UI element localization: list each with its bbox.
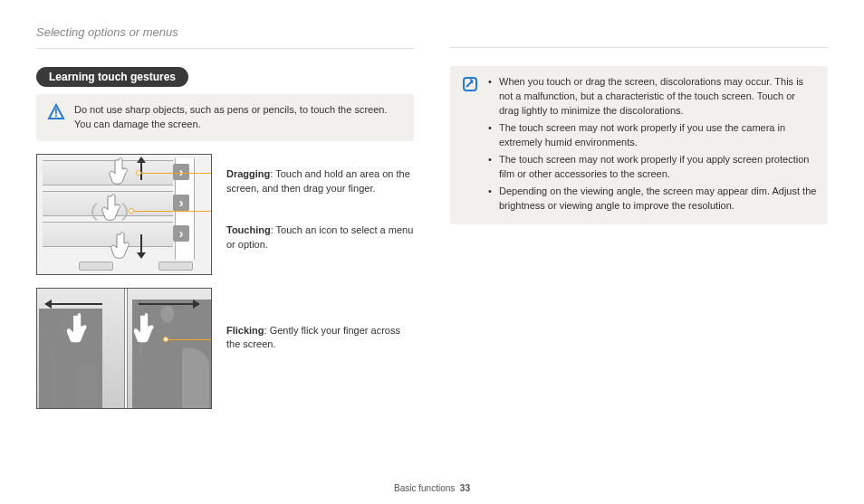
note-list: When you touch or drag the screen, disco… (488, 75, 817, 215)
figure-silhouette (39, 309, 102, 408)
note-item: When you touch or drag the screen, disco… (488, 75, 817, 119)
divider (36, 48, 414, 49)
warning-icon: ! (47, 103, 65, 121)
illustration-menu: › › › (36, 154, 212, 275)
warning-callout: ! Do not use sharp objects, such as pens… (36, 94, 414, 141)
gesture-flicking: Flicking: Gently flick your finger acros… (226, 324, 414, 352)
gesture-flicking-row: Flicking: Gently flick your finger acros… (36, 288, 414, 409)
page-footer: Basic functions 33 (0, 483, 864, 493)
illustration-flick (36, 288, 212, 409)
dragging-label: Dragging (226, 168, 270, 179)
gesture-touching: Touching: Touch an icon to select a menu… (226, 223, 414, 252)
figure-silhouette (132, 300, 212, 408)
note-icon (461, 75, 479, 93)
breadcrumb: Selecting options or menus (36, 25, 414, 39)
footer-section: Basic functions (394, 483, 455, 493)
footer-page: 33 (460, 483, 470, 493)
warning-text: Do not use sharp objects, such as pens o… (74, 103, 403, 132)
divider (450, 47, 828, 48)
gesture-dragging-touching: › › › (36, 154, 414, 275)
gesture-dragging: Dragging: Touch and hold an area on the … (226, 167, 414, 195)
note-callout: When you touch or drag the screen, disco… (450, 66, 828, 224)
flicking-label: Flicking (226, 325, 264, 336)
svg-text:!: ! (54, 106, 58, 119)
note-item: The touch screen may not work properly i… (488, 121, 817, 150)
touching-label: Touching (226, 224, 271, 235)
note-item: The touch screen may not work properly i… (488, 153, 817, 182)
note-item: Depending on the viewing angle, the scre… (488, 185, 817, 214)
section-pill: Learning touch gestures (36, 67, 188, 87)
